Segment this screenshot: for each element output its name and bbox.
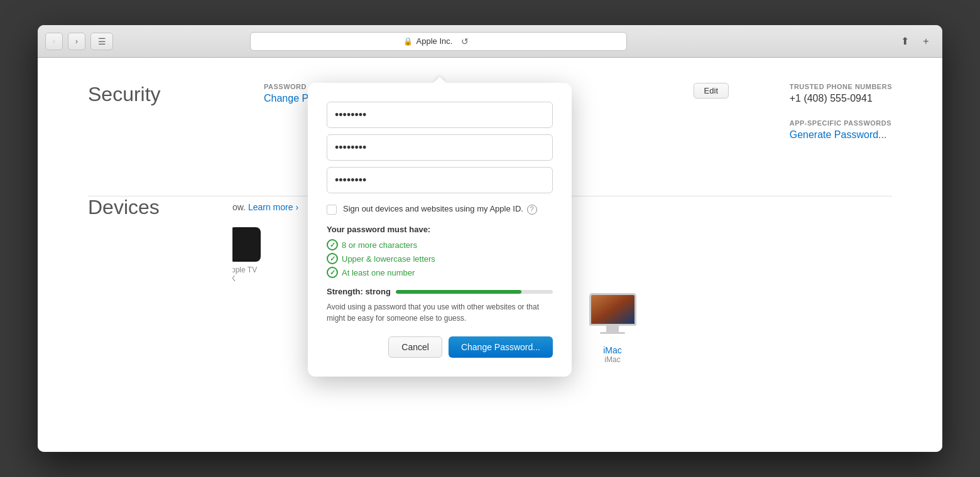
forward-button[interactable]: ›: [68, 33, 85, 50]
back-button[interactable]: ‹: [45, 33, 63, 50]
modal-buttons: Cancel Change Password...: [327, 336, 553, 358]
forward-icon: ›: [75, 36, 78, 46]
avoid-text: Avoid using a password that you use with…: [327, 301, 553, 324]
url-text: Apple Inc.: [416, 36, 453, 46]
check-mark-icon-3: ✓: [330, 269, 335, 277]
signout-checkbox-row: Sign out devices and websites using my A…: [327, 203, 553, 215]
req-case-text: Upper & lowercase letters: [342, 254, 435, 264]
add-tab-icon: +: [923, 36, 928, 47]
reload-button[interactable]: ↺: [456, 33, 474, 50]
req-case: ✓ Upper & lowercase letters: [327, 253, 553, 264]
add-tab-button[interactable]: +: [917, 33, 935, 50]
req-number: ✓ At least one number: [327, 267, 553, 278]
modal-arrow: [433, 77, 446, 83]
req-characters: ✓ 8 or more characters: [327, 239, 553, 250]
req-number-text: At least one number: [342, 268, 415, 277]
strength-bar-container: [396, 290, 553, 294]
help-icon[interactable]: ?: [527, 205, 537, 215]
req-characters-text: 8 or more characters: [342, 240, 417, 250]
req-case-check: ✓: [327, 253, 338, 264]
change-password-button[interactable]: Change Password...: [449, 336, 553, 358]
share-icon: ⬆: [901, 35, 909, 47]
back-icon: ‹: [53, 36, 55, 46]
strength-row: Strength: strong: [327, 287, 553, 296]
verify-password-input[interactable]: [327, 167, 553, 193]
sidebar-button[interactable]: ☰: [90, 33, 113, 50]
signout-checkbox[interactable]: [327, 205, 337, 215]
sidebar-icon: ☰: [98, 36, 106, 46]
change-password-modal: Sign out devices and websites using my A…: [308, 83, 572, 377]
new-password-input[interactable]: [327, 134, 553, 161]
address-bar[interactable]: 🔒 Apple Inc. ↺: [250, 32, 627, 51]
reload-icon: ↺: [461, 36, 469, 46]
signout-checkbox-text: Sign out devices and websites using my A…: [343, 203, 537, 215]
share-button[interactable]: ⬆: [896, 33, 913, 50]
strength-bar-fill: [396, 290, 521, 294]
check-mark-icon: ✓: [330, 241, 335, 249]
toolbar-right: ⬆ +: [896, 33, 935, 50]
strength-label: Strength: strong: [327, 287, 391, 296]
must-have-title: Your password must have:: [327, 225, 553, 234]
mac-window: ‹ › ☰ 🔒 Apple Inc. ↺ ⬆ + Security: [38, 25, 942, 452]
check-mark-icon-2: ✓: [330, 255, 335, 263]
cancel-button[interactable]: Cancel: [388, 336, 442, 358]
page-content: Security PASSWORD Change Password... TRU…: [38, 58, 942, 452]
lock-icon: 🔒: [403, 37, 413, 46]
modal-overlay: Sign out devices and websites using my A…: [38, 58, 942, 452]
req-characters-check: ✓: [327, 239, 338, 250]
req-number-check: ✓: [327, 267, 338, 278]
title-bar: ‹ › ☰ 🔒 Apple Inc. ↺ ⬆ +: [38, 25, 942, 58]
current-password-input[interactable]: [327, 102, 553, 128]
